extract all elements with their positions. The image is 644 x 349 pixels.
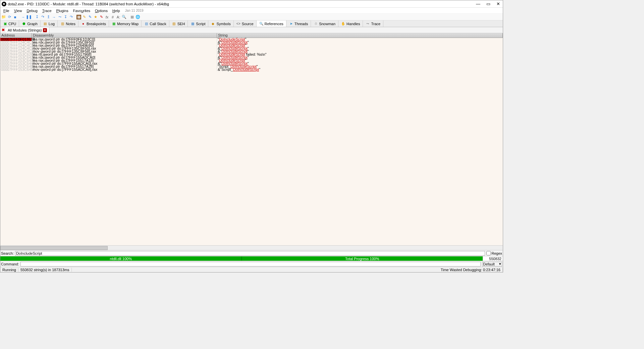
regex-checkbox[interactable]: Regex bbox=[486, 251, 502, 255]
tab-references[interactable]: 🔍References bbox=[257, 20, 286, 27]
menu-favourites[interactable]: Favourites bbox=[71, 8, 93, 13]
regex-check-input[interactable] bbox=[486, 251, 491, 255]
grid-header: Address Disassembly String bbox=[0, 33, 503, 38]
alabel-icon[interactable]: A: bbox=[116, 14, 121, 20]
settings-icon[interactable]: ▦ bbox=[129, 14, 135, 20]
close-all-tabs-button[interactable]: ✖ bbox=[0, 27, 6, 33]
minimize-button[interactable]: — bbox=[476, 1, 480, 6]
stop-icon[interactable]: ■ bbox=[12, 14, 18, 20]
tab-graph[interactable]: ⬢Graph bbox=[19, 20, 41, 27]
maximize-button[interactable]: ▭ bbox=[486, 1, 490, 6]
threads-icon: ➤ bbox=[289, 22, 293, 26]
tab-seh[interactable]: ▨SEH bbox=[169, 20, 188, 27]
status-running: Running bbox=[0, 268, 18, 272]
progress-bar: ntdll.dll 100% Total Progress 100% 55083… bbox=[0, 256, 503, 261]
search-input[interactable] bbox=[15, 251, 485, 256]
cpu-icon: ▣ bbox=[3, 22, 7, 26]
menu-plugins[interactable]: Plugins bbox=[54, 8, 71, 13]
step-into-icon[interactable]: ↧ bbox=[34, 14, 40, 20]
menubar: File View Debug Trace Plugins Favourites… bbox=[0, 8, 503, 14]
scylla-icon[interactable]: 🌐 bbox=[135, 14, 141, 20]
tab-breakpoints[interactable]: ●Breakpoints bbox=[78, 20, 109, 27]
hash-icon[interactable]: # bbox=[110, 14, 115, 20]
tab-memory-map[interactable]: ▦Memory Map bbox=[109, 20, 142, 27]
step2-icon[interactable]: ⤳ bbox=[57, 14, 62, 20]
labels-icon[interactable]: ✎ bbox=[87, 14, 93, 20]
bookmarks-icon[interactable]: ★ bbox=[93, 14, 98, 20]
cell-string: &"Script_DoIncludeScript" bbox=[217, 68, 503, 71]
col-string[interactable]: String bbox=[217, 33, 503, 38]
subtab-label: All Modules (Strings) bbox=[8, 28, 42, 32]
run-icon[interactable]: → bbox=[20, 14, 26, 20]
col-disassembly[interactable]: Disassembly bbox=[32, 33, 217, 38]
command-input[interactable] bbox=[20, 262, 481, 266]
build-date: Jan 11 2019 bbox=[125, 9, 144, 12]
notes-icon: ▥ bbox=[60, 22, 64, 26]
cell-disassembly: mov qword ptr ds:[7FFF155ADCA8],rax bbox=[32, 68, 217, 71]
cell-string: "DoIncludeScript" bbox=[217, 44, 503, 47]
trace-into-icon[interactable]: ↧ bbox=[63, 14, 68, 20]
functions-icon[interactable]: ✎ bbox=[99, 14, 104, 20]
tab-threads[interactable]: ➤Threads bbox=[286, 20, 311, 27]
titlebar: ✱ dota2.exe - PID: 11D0DC - Module: ntdl… bbox=[0, 0, 503, 8]
call-stack-icon: ▧ bbox=[144, 22, 148, 26]
app-icon: ✱ bbox=[2, 2, 6, 6]
symbols-icon: ◆ bbox=[211, 22, 215, 26]
progress-module: ntdll.dll 100% bbox=[0, 256, 242, 261]
horizontal-scrollbar[interactable] bbox=[0, 245, 503, 250]
restart-icon[interactable]: ⟳ bbox=[7, 14, 12, 20]
table-row[interactable]: 00007FFF153C645Fmov qword ptr ds:[7FFF15… bbox=[0, 68, 503, 71]
tab-symbols[interactable]: ◆Symbols bbox=[208, 20, 233, 27]
menu-options[interactable]: Options bbox=[93, 8, 110, 13]
tab-trace[interactable]: ⤳Trace bbox=[363, 20, 383, 27]
menu-help[interactable]: Help bbox=[110, 8, 122, 13]
comments-icon[interactable]: ✎ bbox=[82, 14, 87, 20]
tab-handles[interactable]: ✋Handles bbox=[338, 20, 363, 27]
status-time: Time Wasted Debugging: 0:23:47:16 bbox=[439, 268, 503, 272]
tab-source[interactable]: <>Source bbox=[234, 20, 257, 27]
cell-string: "DoIncludeScript failed: %s\n" bbox=[217, 53, 503, 56]
fx-icon[interactable]: fx bbox=[104, 14, 110, 20]
search-bar: Search: Regex bbox=[0, 250, 503, 256]
source-icon: <> bbox=[236, 22, 240, 26]
trace-over-icon[interactable]: ↷ bbox=[68, 14, 74, 20]
tab-script[interactable]: ▩Script bbox=[188, 20, 208, 27]
close-button[interactable]: ✕ bbox=[496, 1, 500, 6]
col-address[interactable]: Address bbox=[0, 33, 32, 38]
step-over-icon[interactable]: ↷ bbox=[40, 14, 45, 20]
step-out-icon[interactable]: ↥ bbox=[46, 14, 51, 20]
pause-icon[interactable]: ❚❚ bbox=[26, 14, 32, 20]
seh-icon: ▨ bbox=[172, 22, 176, 26]
tab-cpu[interactable]: ▣CPU bbox=[0, 20, 19, 27]
menu-trace[interactable]: Trace bbox=[40, 8, 54, 13]
close-tab-icon[interactable]: ✕ bbox=[43, 28, 47, 32]
open-icon[interactable]: 📁 bbox=[1, 14, 6, 20]
tab-log[interactable]: ▤Log bbox=[41, 20, 58, 27]
handles-icon: ✋ bbox=[341, 22, 345, 26]
tab-call-stack[interactable]: ▧Call Stack bbox=[142, 20, 169, 27]
grid-body[interactable]: 00007FFF0F01353Blea rax,qword ptr ds:[7F… bbox=[0, 38, 503, 245]
trace-icon: ⤳ bbox=[366, 22, 370, 26]
menu-debug[interactable]: Debug bbox=[24, 8, 40, 13]
cell-string: "DoIncludeScript" bbox=[217, 59, 503, 62]
cell-string: &"DoIncludeScript" bbox=[217, 62, 503, 65]
menu-view[interactable]: View bbox=[12, 8, 24, 13]
patches-icon[interactable]: ▦ bbox=[76, 15, 81, 19]
find-icon[interactable]: 🔍 bbox=[121, 14, 127, 20]
subtab-all-modules-strings[interactable]: All Modules (Strings) ✕ bbox=[6, 27, 49, 33]
cell-string: &"DoIncludeScript" bbox=[217, 47, 503, 50]
memory-map-icon: ▦ bbox=[112, 22, 116, 26]
toolbar: 📁 ⟳ ■ → ❚❚ ↧ ↷ ↥ → ⤳ ↧ ↷ ▦ ✎ ✎ ★ ✎ fx # … bbox=[0, 14, 503, 20]
status-bar: Running 550832 string(s) in 187313ms Tim… bbox=[0, 267, 503, 272]
sub-tabstrip: ✖ All Modules (Strings) ✕ bbox=[0, 27, 503, 33]
tab-snowman[interactable]: ☃Snowman bbox=[311, 20, 338, 27]
command-mode-select[interactable]: Default ▾ bbox=[482, 262, 502, 266]
main-tabstrip: ▣CPU⬢Graph▤Log▥Notes●Breakpoints▦Memory … bbox=[0, 20, 503, 27]
tab-notes[interactable]: ▥Notes bbox=[58, 20, 78, 27]
menu-file[interactable]: File bbox=[1, 8, 12, 13]
window-title: dota2.exe - PID: 11D0DC - Module: ntdll.… bbox=[8, 2, 476, 6]
step-icon[interactable]: → bbox=[51, 14, 57, 20]
cell-address: 00007FFF153C645F bbox=[0, 68, 32, 71]
breakpoints-icon: ● bbox=[81, 22, 85, 26]
log-icon: ▤ bbox=[43, 22, 47, 26]
